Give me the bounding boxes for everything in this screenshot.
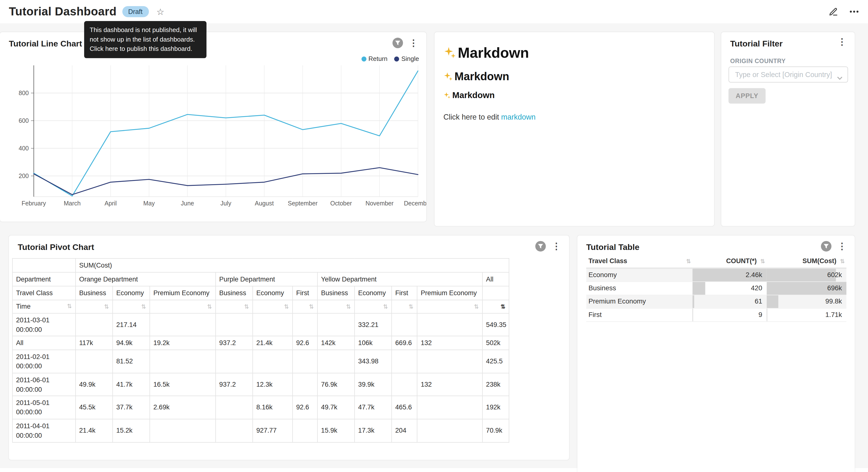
pivot-value-cell: 502k bbox=[483, 336, 509, 350]
pivot-value-cell bbox=[417, 419, 483, 442]
pivot-value-cell: 45.5k bbox=[75, 396, 113, 419]
sort-icon[interactable]: ⇅ bbox=[284, 302, 289, 311]
sort-icon[interactable]: ⇅ bbox=[141, 302, 146, 311]
sort-icon[interactable]: ⇅ bbox=[474, 302, 479, 311]
cell-sum-cost: 696k bbox=[767, 282, 846, 295]
pivot-subcol-header[interactable]: First bbox=[392, 286, 417, 300]
sort-icon[interactable]: ⇅ bbox=[383, 302, 388, 311]
table-row[interactable]: First91.71k bbox=[586, 308, 846, 321]
pivot-value-cell: 927.77 bbox=[253, 419, 293, 442]
column-header-travel-class[interactable]: Travel Class⇅ bbox=[586, 254, 693, 268]
pivot-row-label: 2011-02-01 00:00:00 bbox=[12, 350, 75, 373]
pivot-group-header[interactable]: Orange Department bbox=[75, 272, 216, 286]
chart-legend: ReturnSingle bbox=[361, 56, 419, 62]
more-menu-icon[interactable] bbox=[849, 10, 859, 13]
kebab-menu-icon[interactable]: ⋮ bbox=[836, 38, 847, 47]
table-row[interactable]: Economy2.46k602k bbox=[586, 268, 846, 281]
pivot-subcol-header[interactable]: Economy bbox=[113, 286, 150, 300]
draft-badge[interactable]: Draft bbox=[122, 6, 149, 17]
sort-icon[interactable]: ⇅ bbox=[244, 302, 249, 311]
pivot-value-cell: 39.9k bbox=[354, 373, 392, 396]
filter-indicator-icon[interactable] bbox=[821, 241, 832, 252]
svg-text:July: July bbox=[221, 200, 231, 207]
pivot-value-cell bbox=[392, 373, 417, 396]
pivot-value-cell: 425.5 bbox=[483, 350, 509, 373]
pivot-value-cell: 21.4k bbox=[253, 336, 293, 350]
pivot-subcol-header[interactable]: Premium Economy bbox=[417, 286, 483, 300]
kebab-menu-icon[interactable]: ⋮ bbox=[408, 38, 419, 47]
pivot-sort-cell: ⇅ bbox=[293, 300, 318, 313]
pivot-subcol-row: Travel ClassBusinessEconomyPremium Econo… bbox=[12, 286, 509, 300]
pivot-chart-actions: ⋮ bbox=[535, 241, 562, 252]
favorite-star-icon[interactable]: ☆ bbox=[156, 6, 164, 17]
pivot-subcol-header[interactable] bbox=[483, 286, 509, 300]
sort-icon[interactable]: ⇅ bbox=[500, 302, 505, 311]
data-bar bbox=[692, 295, 694, 308]
pivot-value-cell: 332.21 bbox=[354, 313, 392, 336]
pivot-subcol-header[interactable]: Premium Economy bbox=[150, 286, 215, 300]
pivot-col-dimension-label: Department bbox=[12, 272, 75, 286]
filter-indicator-icon[interactable] bbox=[535, 241, 546, 252]
svg-text:February: February bbox=[22, 200, 46, 207]
sort-icon[interactable]: ⇅ bbox=[409, 302, 413, 311]
svg-text:400: 400 bbox=[19, 145, 29, 152]
publish-tooltip[interactable]: This dashboard is not published, it will… bbox=[84, 21, 206, 58]
sort-icon[interactable]: ⇅ bbox=[67, 302, 72, 310]
sort-icon[interactable]: ⇅ bbox=[309, 302, 314, 311]
pivot-subcol-header[interactable]: First bbox=[293, 286, 318, 300]
pivot-value-cell: 937.2 bbox=[216, 373, 253, 396]
markdown-paragraph-text: Click here to edit bbox=[443, 113, 501, 121]
line-chart[interactable]: 200400600800FebruaryMarchAprilMayJuneJul… bbox=[0, 63, 426, 213]
pivot-data-row: 2011-05-01 00:00:0045.5k37.7k2.69k8.16k9… bbox=[12, 396, 509, 419]
svg-text:September: September bbox=[288, 200, 318, 207]
pivot-value-cell bbox=[417, 313, 483, 336]
pivot-row-label: 2011-05-01 00:00:00 bbox=[12, 396, 75, 419]
pivot-group-header[interactable]: Purple Department bbox=[216, 272, 318, 286]
legend-item-single[interactable]: Single bbox=[394, 56, 419, 62]
apply-button[interactable]: APPLY bbox=[728, 88, 765, 104]
filter-card-actions: ⋮ bbox=[836, 38, 847, 47]
pivot-value-cell: 15.9k bbox=[317, 419, 354, 442]
pivot-value-cell: 117k bbox=[75, 336, 113, 350]
pivot-subcol-header[interactable]: Business bbox=[317, 286, 354, 300]
pivot-chart-title: Tutorial Pivot Chart bbox=[18, 242, 94, 252]
kebab-menu-icon[interactable]: ⋮ bbox=[836, 242, 847, 251]
column-header-count[interactable]: COUNT(*)⇅ bbox=[692, 254, 767, 268]
pivot-subcol-header[interactable]: Economy bbox=[354, 286, 392, 300]
data-bar bbox=[692, 282, 705, 294]
pivot-subcol-header[interactable]: Economy bbox=[253, 286, 293, 300]
table-row[interactable]: Premium Economy6199.8k bbox=[586, 295, 846, 308]
pivot-value-cell bbox=[417, 350, 483, 373]
table-row[interactable]: Business420696k bbox=[586, 282, 846, 295]
kebab-menu-icon[interactable]: ⋮ bbox=[551, 242, 562, 251]
pivot-subcol-header[interactable]: Business bbox=[216, 286, 253, 300]
filter-card-title: Tutorial Filter bbox=[730, 39, 782, 49]
legend-dot-icon bbox=[361, 56, 366, 61]
pivot-group-header[interactable]: Yellow Department bbox=[317, 272, 483, 286]
sort-icon[interactable]: ⇅ bbox=[346, 302, 351, 311]
pivot-sort-cell: ⇅ bbox=[75, 300, 113, 313]
filter-indicator-icon[interactable] bbox=[393, 38, 403, 48]
sort-icon[interactable]: ⇅ bbox=[104, 302, 109, 311]
sort-icon[interactable]: ⇅ bbox=[686, 258, 691, 264]
pivot-subcol-header[interactable]: Business bbox=[75, 286, 113, 300]
markdown-edit-link[interactable]: markdown bbox=[501, 113, 536, 121]
pivot-chart-card: Tutorial Pivot Chart ⋮ SUM(Cost)Departme… bbox=[9, 236, 569, 460]
svg-text:October: October bbox=[330, 200, 352, 207]
sparkles-icon bbox=[443, 47, 456, 59]
origin-country-select[interactable]: Type or Select [Origin Country] bbox=[728, 66, 848, 83]
svg-text:600: 600 bbox=[19, 117, 29, 124]
sort-icon[interactable]: ⇅ bbox=[207, 302, 212, 311]
pivot-group-header[interactable]: All bbox=[483, 272, 509, 286]
edit-pencil-icon[interactable] bbox=[829, 7, 838, 17]
line-chart-title: Tutorial Line Chart bbox=[9, 39, 82, 49]
pivot-value-cell bbox=[216, 313, 253, 336]
legend-item-return[interactable]: Return bbox=[361, 56, 388, 62]
pivot-value-cell: 204 bbox=[392, 419, 417, 442]
pivot-sort-cell: ⇅ bbox=[253, 300, 293, 313]
sort-icon[interactable]: ⇅ bbox=[761, 258, 765, 264]
sort-icon[interactable]: ⇅ bbox=[840, 258, 845, 264]
column-header-sum-cost[interactable]: SUM(Cost)⇅ bbox=[767, 254, 846, 268]
data-bar bbox=[767, 295, 778, 308]
data-bar bbox=[692, 308, 693, 321]
